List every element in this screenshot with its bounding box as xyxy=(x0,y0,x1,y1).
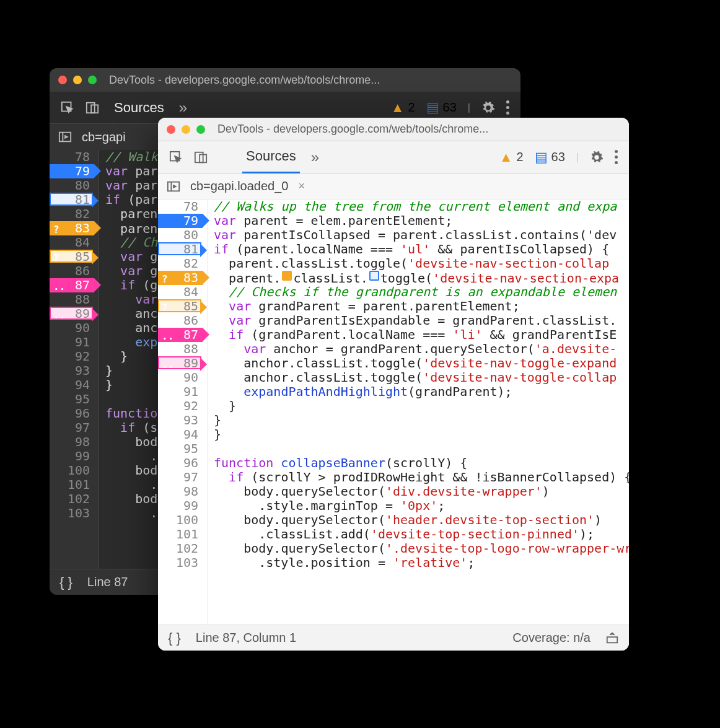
line-number[interactable]: 79 xyxy=(183,213,202,228)
inline-breakpoint-icon[interactable] xyxy=(282,271,292,281)
line-number[interactable]: 94 xyxy=(183,427,202,442)
line-number[interactable]: 96 xyxy=(183,455,202,470)
line-number[interactable]: 90 xyxy=(75,320,94,335)
line-number[interactable]: 97 xyxy=(183,470,202,485)
line-number[interactable]: 100 xyxy=(68,463,94,478)
line-number[interactable]: 87 xyxy=(183,327,202,342)
debugger-pane-icon[interactable] xyxy=(167,180,180,193)
line-number[interactable]: 88 xyxy=(75,292,94,307)
line-number[interactable]: 95 xyxy=(75,392,94,406)
code-line[interactable]: } xyxy=(214,428,629,442)
code-line[interactable]: anchor.classList.toggle('devsite-nav-tog… xyxy=(214,371,629,385)
maximize-window-button[interactable] xyxy=(88,76,97,84)
code-line[interactable]: body.querySelector('header.devsite-top-s… xyxy=(214,513,629,527)
code-line[interactable]: anchor.classList.toggle('devsite-nav-tog… xyxy=(214,356,629,371)
kebab-menu-icon[interactable] xyxy=(615,150,618,164)
line-number[interactable]: 78 xyxy=(75,150,94,164)
messages-indicator[interactable]: ▤63 xyxy=(535,149,565,165)
messages-indicator[interactable]: ▤63 xyxy=(426,100,457,116)
code-line[interactable]: } xyxy=(214,413,629,428)
line-number[interactable]: 93 xyxy=(75,363,94,378)
code-line[interactable]: // Checks if the grandparent is an expan… xyxy=(214,285,629,299)
code-line[interactable]: var grandParentIsExpandable = grandParen… xyxy=(214,314,629,328)
minimize-window-button[interactable] xyxy=(73,76,82,84)
line-number[interactable]: 86 xyxy=(183,313,202,328)
code-line[interactable]: var parentIsCollapsed = parent.classList… xyxy=(214,228,629,242)
line-number[interactable]: 95 xyxy=(183,441,202,456)
line-number[interactable]: 98 xyxy=(183,484,202,499)
line-number[interactable]: 90 xyxy=(183,370,202,385)
file-tab[interactable]: cb=gapi.loaded_0 xyxy=(190,179,288,193)
code-line[interactable]: } xyxy=(214,399,629,413)
line-number[interactable]: 87 xyxy=(75,278,94,292)
line-number[interactable]: 82 xyxy=(183,256,202,271)
code-line[interactable]: // Walks up the tree from the current el… xyxy=(214,200,629,214)
tab-sources[interactable]: Sources xyxy=(242,141,300,173)
code-line[interactable]: body.querySelector('div.devsite-wrapper'… xyxy=(214,485,629,499)
minimize-window-button[interactable] xyxy=(182,125,190,134)
code-line[interactable]: .classList.add('devsite-top-section-pinn… xyxy=(214,527,629,542)
inspect-icon[interactable] xyxy=(61,101,74,115)
line-number[interactable]: 92 xyxy=(183,398,202,413)
code-line[interactable] xyxy=(214,442,629,456)
code-line[interactable]: body.querySelector('.devsite-top-logo-ro… xyxy=(214,542,629,556)
maximize-window-button[interactable] xyxy=(196,125,205,134)
code-line[interactable]: var anchor = grandParent.querySelector('… xyxy=(214,342,629,356)
line-number[interactable]: 89 xyxy=(75,306,94,321)
line-number[interactable]: 103 xyxy=(68,506,94,520)
line-number[interactable]: 85 xyxy=(183,299,202,314)
line-number[interactable]: 91 xyxy=(183,384,202,399)
code-line[interactable]: .style.marginTop = '0px'; xyxy=(214,499,629,513)
more-tabs-icon[interactable]: » xyxy=(179,99,187,116)
line-number[interactable]: 86 xyxy=(75,263,94,278)
inspect-icon[interactable] xyxy=(169,151,183,164)
more-tabs-icon[interactable]: » xyxy=(311,149,319,166)
tab-sources[interactable]: Sources xyxy=(110,92,168,123)
line-number[interactable]: 96 xyxy=(75,406,94,421)
code-line[interactable]: parent.classList.toggle('devsite-nav-sec… xyxy=(214,257,629,271)
line-number[interactable]: 99 xyxy=(75,449,94,463)
line-number[interactable]: 102 xyxy=(176,541,202,556)
line-number[interactable]: 80 xyxy=(183,227,202,242)
line-number[interactable]: 89 xyxy=(183,356,202,371)
line-number[interactable]: 101 xyxy=(68,477,94,492)
line-number[interactable]: 82 xyxy=(75,206,94,221)
line-number[interactable]: 100 xyxy=(176,512,202,527)
line-number[interactable]: 101 xyxy=(176,527,202,542)
warnings-indicator[interactable]: ▲2 xyxy=(391,100,415,116)
device-toggle-icon[interactable] xyxy=(86,101,99,115)
line-number[interactable]: 103 xyxy=(176,555,202,570)
close-window-button[interactable] xyxy=(58,76,67,84)
close-tab-icon[interactable]: × xyxy=(298,180,305,193)
kebab-menu-icon[interactable] xyxy=(506,100,509,115)
drawer-toggle-icon[interactable] xyxy=(605,631,619,645)
line-number[interactable]: 91 xyxy=(75,335,94,349)
line-number[interactable]: 84 xyxy=(183,284,202,299)
line-number[interactable]: 98 xyxy=(75,434,94,449)
file-tab[interactable]: cb=gapi xyxy=(82,130,126,144)
line-number[interactable]: 79 xyxy=(75,164,94,178)
line-number[interactable]: 80 xyxy=(75,178,94,193)
line-number[interactable]: 94 xyxy=(75,377,94,392)
debugger-pane-icon[interactable] xyxy=(58,130,72,144)
line-number[interactable]: 102 xyxy=(68,491,94,506)
code-line[interactable]: .style.position = 'relative'; xyxy=(214,556,629,570)
line-number[interactable]: 97 xyxy=(75,420,94,435)
line-number[interactable]: 93 xyxy=(183,413,202,428)
code-line[interactable]: var grandParent = parent.parentElement; xyxy=(214,299,629,314)
line-number[interactable]: 85 xyxy=(75,249,94,264)
gear-icon[interactable] xyxy=(481,101,495,115)
line-number[interactable]: 81 xyxy=(75,192,94,207)
line-number[interactable]: 78 xyxy=(183,200,202,214)
line-number[interactable]: 99 xyxy=(183,498,202,513)
code-line[interactable]: parent.classList.toggle('devsite-nav-sec… xyxy=(214,271,629,285)
warnings-indicator[interactable]: ▲2 xyxy=(499,149,524,165)
device-toggle-icon[interactable] xyxy=(194,151,208,164)
code-line[interactable]: if (grandParent.localName === 'li' && gr… xyxy=(214,328,629,342)
inline-breakpoint-icon[interactable] xyxy=(369,271,379,281)
code-line[interactable]: if (parent.localName === 'ul' && parentI… xyxy=(214,242,629,257)
close-window-button[interactable] xyxy=(167,125,175,134)
code-line[interactable]: var parent = elem.parentElement; xyxy=(214,214,629,228)
line-number[interactable]: 81 xyxy=(183,242,202,257)
gear-icon[interactable] xyxy=(590,151,604,164)
